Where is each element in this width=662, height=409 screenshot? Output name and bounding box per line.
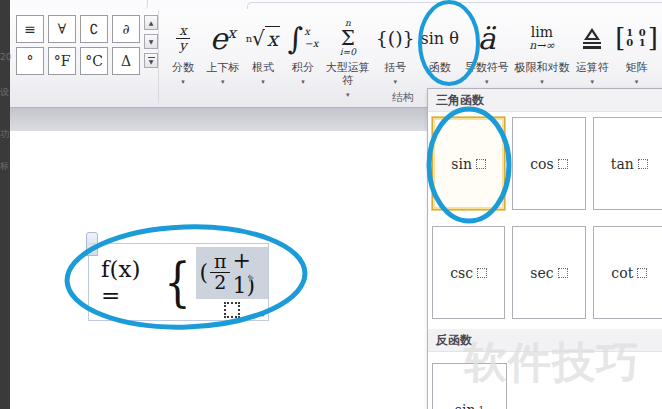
script-icon: ex	[210, 15, 236, 61]
gallery-scroll-down-icon[interactable]: ▼	[144, 34, 158, 49]
equation-lhs: f(x) =	[101, 256, 155, 308]
symbol-identical-to[interactable]: ≡	[16, 15, 44, 43]
large-operator-button[interactable]: nΣi=0 大型运算符 ▾	[324, 13, 372, 99]
strip-mark: 设	[0, 86, 9, 99]
dropdown-arrow-icon[interactable]: ▾	[346, 91, 350, 99]
equation-options-arrow-icon[interactable]: ▾	[260, 309, 265, 319]
strip-mark: 标	[0, 160, 9, 173]
inverse-row-1: sin-1	[428, 358, 662, 409]
dropdown-arrow-icon[interactable]: ▾	[540, 78, 544, 86]
limit-log-icon: limn→∞	[529, 15, 554, 61]
cot-cell[interactable]: cot	[593, 226, 662, 319]
open-paren: (	[199, 260, 208, 285]
dropdown-arrow-icon[interactable]: ▾	[221, 78, 225, 86]
integral-button[interactable]: ∫ x−x 积分 ▾	[284, 13, 322, 86]
gallery-scroll-up-icon[interactable]: ▲	[144, 15, 158, 30]
function-gallery-panel: 三角函数 sin cos tan csc sec cot 反函数 sin-1	[427, 88, 662, 409]
equation-placeholder-box[interactable]	[224, 302, 240, 318]
limit-log-button[interactable]: limn→∞ 极限和对数 ▾	[512, 13, 571, 86]
gallery-more-icon[interactable]: ▼	[144, 53, 158, 68]
selection-arrow-icon	[249, 274, 254, 282]
contextual-tab-outline	[247, 2, 662, 9]
selected-expression[interactable]: ( π 2 + 1)	[196, 247, 268, 299]
function-button[interactable]: sin θ 函数 ▾	[418, 13, 460, 86]
bracket-button[interactable]: {()} 括号 ▾	[374, 13, 417, 86]
sin-cell[interactable]: sin	[432, 117, 505, 210]
trig-row-1: sin cos tan	[428, 112, 662, 210]
pi-over-two-fraction: π 2	[210, 252, 231, 293]
bracket-icon: {()}	[376, 15, 415, 61]
dropdown-arrow-icon[interactable]: ▾	[591, 78, 595, 86]
placeholder-icon	[476, 159, 486, 169]
symbol-degree[interactable]: °	[16, 47, 44, 75]
placeholder-icon	[637, 268, 647, 278]
structures-group-label: 结构	[392, 90, 414, 105]
inverse-section-header: 反函数	[428, 329, 662, 352]
strip-mark: 20	[0, 52, 11, 62]
trig-section-header: 三角函数	[428, 89, 662, 112]
cropped-desktop-strip: 20 设 功 标	[0, 0, 10, 409]
strip-mark: 功	[0, 128, 9, 141]
ribbon-group-divider	[158, 11, 159, 103]
expression-tail: + 1)	[232, 248, 265, 298]
dropdown-arrow-icon[interactable]: ▾	[261, 78, 265, 86]
symbol-partial[interactable]: ∂	[112, 15, 140, 43]
dropdown-arrow-icon[interactable]: ▾	[181, 78, 185, 86]
sec-cell[interactable]: sec	[512, 226, 585, 319]
equation-drag-handle-icon[interactable]: ⋯	[86, 232, 98, 256]
integral-icon: ∫ x−x	[288, 15, 319, 61]
cases-brace: {	[165, 256, 191, 308]
tan-cell[interactable]: tan	[593, 117, 662, 210]
script-button[interactable]: ex 上下标 ▾	[204, 13, 242, 86]
equation-object[interactable]: ⋯ f(x) = { ( π 2 + 1) ▾	[88, 243, 269, 321]
operator-button[interactable]: 运算符 ▾	[573, 13, 611, 86]
dropdown-arrow-icon[interactable]: ▾	[635, 78, 639, 86]
accent-icon: ä	[478, 15, 496, 61]
large-operator-icon: nΣi=0	[340, 15, 356, 61]
fraction-button[interactable]: xy 分数 ▾	[164, 13, 202, 86]
operator-icon	[583, 15, 601, 61]
symbol-delta[interactable]: Δ	[112, 47, 140, 75]
gallery-scrollbar: ▲ ▼ ▼	[144, 15, 158, 68]
dropdown-arrow-icon[interactable]: ▾	[485, 78, 489, 86]
fraction-icon: xy	[176, 15, 189, 61]
accent-button[interactable]: ä 导数符号 ▾	[463, 13, 511, 86]
matrix-button[interactable]: [ 1 00 1 ] 矩阵 ▾	[613, 13, 660, 86]
ribbon-tab-strip	[10, 0, 662, 9]
tab-outline	[140, 0, 148, 9]
trig-row-2: csc sec cot	[428, 221, 662, 319]
structures-group: xy 分数 ▾ ex 上下标 ▾ n√x 根式 ▾ ∫ x−x 积分 ▾	[164, 13, 660, 97]
symbol-for-all[interactable]: ∀	[48, 15, 76, 43]
dropdown-arrow-icon[interactable]: ▾	[438, 78, 442, 86]
function-icon: sin θ	[420, 15, 458, 61]
placeholder-icon	[558, 159, 568, 169]
symbols-gallery: ≡ ∀ ∁ ∂ ° °F °C Δ	[16, 15, 140, 77]
csc-cell[interactable]: csc	[432, 226, 505, 319]
radical-button[interactable]: n√x 根式 ▾	[244, 13, 282, 86]
inverse-sin-cell[interactable]: sin-1	[432, 363, 507, 409]
dropdown-arrow-icon[interactable]: ▾	[393, 78, 397, 86]
placeholder-icon	[477, 268, 487, 278]
placeholder-icon	[558, 268, 568, 278]
radical-icon: n√x	[246, 15, 280, 61]
placeholder-icon	[638, 159, 648, 169]
cases-stack: ( π 2 + 1)	[196, 247, 268, 318]
cos-cell[interactable]: cos	[512, 117, 585, 210]
symbol-celsius[interactable]: °C	[80, 47, 108, 75]
matrix-icon: [ 1 00 1 ]	[615, 15, 658, 61]
equation-content: f(x) = { ( π 2 + 1)	[101, 247, 268, 318]
dropdown-arrow-icon[interactable]: ▾	[301, 78, 305, 86]
symbol-complement[interactable]: ∁	[80, 15, 108, 43]
symbol-fahrenheit[interactable]: °F	[48, 47, 76, 75]
